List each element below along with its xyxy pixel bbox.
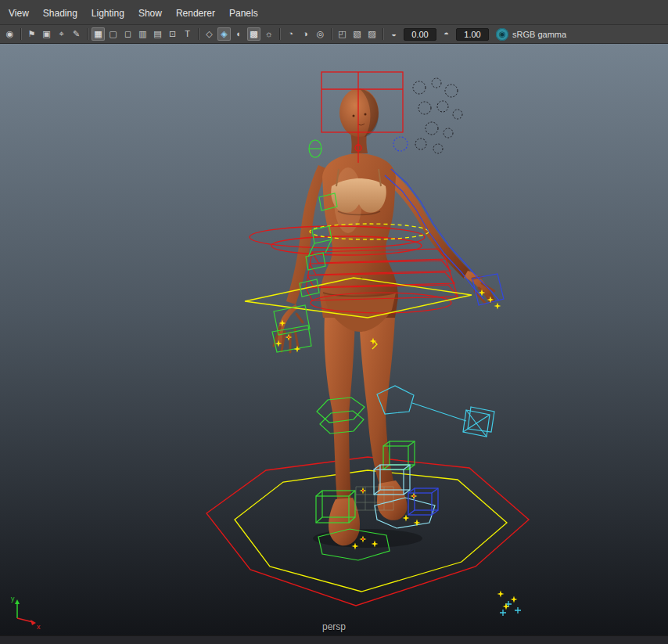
menu-show[interactable]: Show: [131, 5, 169, 24]
gamma-icon[interactable]: ◓: [440, 27, 453, 41]
exposure-icon[interactable]: ◒: [387, 27, 400, 41]
maya-viewport-panel: View Shading Lighting Show Renderer Pane…: [0, 0, 668, 644]
menu-lighting[interactable]: Lighting: [84, 5, 131, 24]
toolbar-separator: [331, 28, 332, 40]
textured-icon[interactable]: ◐: [232, 27, 246, 41]
motion-blur-icon[interactable]: ◑: [299, 27, 312, 41]
grease-pencil-icon[interactable]: ✎: [70, 27, 83, 41]
xray-icon[interactable]: ▧: [350, 27, 364, 41]
toolbar-separator: [279, 28, 280, 40]
view-transform-icon: ◉: [496, 28, 508, 41]
resolution-gate-icon[interactable]: ◻: [121, 27, 135, 41]
xray-joints-icon[interactable]: ▨: [365, 27, 379, 41]
menu-view[interactable]: View: [2, 5, 36, 24]
2d-pan-zoom-icon[interactable]: ⌖: [55, 27, 68, 41]
exposure-field[interactable]: 0.00: [404, 28, 436, 41]
viewport-canvas[interactable]: y x: [0, 44, 668, 635]
viewport-3d[interactable]: y x persp: [0, 44, 668, 635]
select-camera-icon[interactable]: ◉: [3, 27, 16, 41]
view-transform-label: sRGB gamma: [512, 30, 566, 39]
gate-mask-icon[interactable]: ▥: [136, 27, 149, 41]
grid-icon[interactable]: ▦: [92, 27, 105, 41]
wireframe-icon[interactable]: ◇: [203, 27, 216, 41]
view-transform-select[interactable]: ◉ sRGB gamma: [496, 28, 566, 41]
menu-shading[interactable]: Shading: [36, 5, 84, 24]
panel-toolbar: ◉ ⚑ ▣ ⌖ ✎ ▦ ▢ ◻ ▥ ▤ ⊡ T ◇ ◈ ◐ ▩ ☼ ◔ ◑ ◎ …: [0, 25, 668, 44]
axis-y-label: y: [11, 595, 15, 603]
image-plane-icon[interactable]: ▣: [40, 27, 53, 41]
camera-name-label: persp: [0, 621, 668, 632]
shaded-icon[interactable]: ◈: [217, 27, 231, 41]
toolbar-separator: [382, 28, 383, 40]
occlusion-icon[interactable]: ◔: [284, 27, 297, 41]
film-gate-icon[interactable]: ▢: [106, 27, 120, 41]
panel-bottom-edge: [0, 635, 668, 644]
menu-panels[interactable]: Panels: [222, 5, 265, 24]
safe-action-icon[interactable]: ⊡: [166, 27, 179, 41]
depth-of-field-icon[interactable]: ◎: [314, 27, 327, 41]
toolbar-separator: [198, 28, 199, 40]
toolbar-separator: [87, 28, 88, 40]
field-chart-icon[interactable]: ▤: [151, 27, 164, 41]
safe-title-icon[interactable]: T: [181, 27, 194, 41]
menu-renderer[interactable]: Renderer: [169, 5, 222, 24]
use-all-lights-icon[interactable]: ▩: [247, 27, 260, 41]
bookmark-icon[interactable]: ⚑: [25, 27, 38, 41]
toolbar-separator: [20, 28, 21, 40]
panel-menubar: View Shading Lighting Show Renderer Pane…: [0, 0, 668, 25]
gamma-field[interactable]: 1.00: [456, 28, 489, 41]
shadows-icon[interactable]: ☼: [262, 27, 275, 41]
isolate-select-icon[interactable]: ◰: [336, 27, 349, 41]
